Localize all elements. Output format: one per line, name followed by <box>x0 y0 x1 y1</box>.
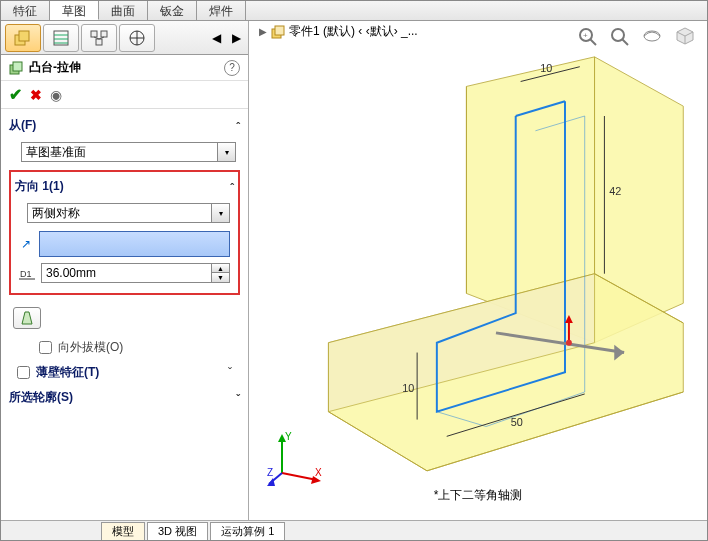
confirm-button[interactable]: ✔ <box>9 85 22 104</box>
confirm-row: ✔ ✖ ◉ <box>1 81 248 109</box>
svg-rect-8 <box>96 39 102 45</box>
from-combo: ▾ <box>21 142 236 162</box>
svg-text:10: 10 <box>540 62 552 74</box>
svg-text:+: + <box>583 31 588 40</box>
contour-section-header[interactable]: 所选轮廓(S) ˇ <box>7 385 242 410</box>
tab-sketch[interactable]: 草图 <box>50 1 99 20</box>
manager-tabs: ◀ ▶ <box>1 21 248 55</box>
property-manager-tab[interactable] <box>43 24 79 52</box>
end-condition-dropdown-button[interactable]: ▾ <box>212 203 230 223</box>
draft-toggle-button[interactable] <box>13 307 41 329</box>
collapse-icon: ˇ <box>236 392 240 404</box>
configuration-manager-tab[interactable] <box>81 24 117 52</box>
draft-outward-label: 向外拔模(O) <box>58 339 123 356</box>
svg-line-55 <box>282 473 317 480</box>
graphics-viewport[interactable]: ▶ 零件1 (默认) ‹ ‹默认› _... + <box>249 21 707 520</box>
draft-outward-checkbox[interactable] <box>39 341 52 354</box>
panel-next-icon[interactable]: ▶ <box>228 30 244 46</box>
direction-section-highlight: 方向 1(1) ˆ ▾ ↗ D1 ▲▼ <box>9 170 240 295</box>
tab-features[interactable]: 特征 <box>1 1 50 20</box>
svg-point-51 <box>566 340 572 346</box>
tab-sheet-metal[interactable]: 钣金 <box>148 1 197 20</box>
tab-weldments[interactable]: 焊件 <box>197 1 246 20</box>
dimxpert-manager-tab[interactable] <box>119 24 155 52</box>
from-dropdown-button[interactable]: ▾ <box>218 142 236 162</box>
feature-manager-tab[interactable] <box>5 24 41 52</box>
thin-feature-label: 薄壁特征(T) <box>36 364 99 381</box>
bottom-tab-3dview[interactable]: 3D 视图 <box>147 522 208 540</box>
collapse-icon: ˇ <box>228 366 232 380</box>
breadcrumb-expand-icon[interactable]: ▶ <box>259 26 267 37</box>
view-orientation-icon[interactable] <box>639 25 665 47</box>
preview-toggle-icon[interactable]: ◉ <box>50 87 62 103</box>
reverse-direction-icon[interactable]: ↗ <box>19 237 33 251</box>
direction-section-header[interactable]: 方向 1(1) ˆ <box>13 174 236 199</box>
thin-feature-row: 薄壁特征(T) ˇ <box>7 360 242 385</box>
svg-line-22 <box>590 39 596 45</box>
extrude-icon <box>9 61 23 75</box>
svg-rect-7 <box>101 31 107 37</box>
from-input[interactable] <box>21 142 218 162</box>
direction-label: 方向 1(1) <box>15 178 64 195</box>
svg-rect-15 <box>13 62 22 71</box>
help-icon[interactable]: ? <box>224 60 240 76</box>
svg-text:D1: D1 <box>20 269 32 279</box>
command-manager-tabs: 特征 草图 曲面 钣金 焊件 <box>1 1 707 21</box>
feature-name: 凸台-拉伸 <box>29 59 81 76</box>
direction-vector-selection[interactable] <box>39 231 230 257</box>
orientation-triad[interactable]: Y X Z <box>267 428 327 488</box>
thin-feature-checkbox[interactable] <box>17 366 30 379</box>
depth-icon: D1 <box>19 265 35 281</box>
depth-input[interactable] <box>41 263 212 283</box>
svg-marker-18 <box>22 312 32 324</box>
zoom-to-fit-icon[interactable]: + <box>575 25 601 47</box>
svg-text:Y: Y <box>285 431 292 442</box>
svg-text:50: 50 <box>511 416 523 428</box>
end-condition-combo: ▾ <box>27 203 230 223</box>
zoom-to-area-icon[interactable] <box>607 25 633 47</box>
direction-vector-row: ↗ <box>19 231 230 257</box>
breadcrumb: ▶ 零件1 (默认) ‹ ‹默认› _... <box>259 23 418 40</box>
motion-study-tabs: 模型 3D 视图 运动算例 1 <box>1 520 707 540</box>
model-preview: 10 42 50 10 <box>289 47 703 481</box>
svg-rect-20 <box>275 26 284 35</box>
cancel-button[interactable]: ✖ <box>30 87 42 103</box>
collapse-icon: ˆ <box>230 181 234 193</box>
svg-line-25 <box>622 39 628 45</box>
svg-rect-6 <box>91 31 97 37</box>
svg-rect-1 <box>19 31 29 41</box>
property-manager-panel: ◀ ▶ 凸台-拉伸 ? ✔ ✖ ◉ 从(F) ˆ ▾ <box>1 21 249 520</box>
svg-text:Z: Z <box>267 467 273 478</box>
heads-up-toolbar: + <box>575 25 697 47</box>
part-icon <box>271 25 285 39</box>
feature-header: 凸台-拉伸 ? <box>1 55 248 81</box>
from-label: 从(F) <box>9 117 36 134</box>
tab-surfaces[interactable]: 曲面 <box>99 1 148 20</box>
collapse-icon: ˆ <box>236 120 240 132</box>
from-section-header[interactable]: 从(F) ˆ <box>7 113 242 138</box>
panel-prev-icon[interactable]: ◀ <box>208 30 224 46</box>
svg-text:10: 10 <box>402 382 414 394</box>
display-style-icon[interactable] <box>671 25 697 47</box>
bottom-tab-model[interactable]: 模型 <box>101 522 145 540</box>
bottom-tab-motion[interactable]: 运动算例 1 <box>210 522 285 540</box>
depth-row: D1 ▲▼ <box>19 263 230 283</box>
svg-text:X: X <box>315 467 322 478</box>
svg-text:42: 42 <box>609 185 621 197</box>
end-condition-input[interactable] <box>27 203 212 223</box>
view-mode-label: *上下二等角轴测 <box>434 487 523 504</box>
draft-outward-row: 向外拔模(O) <box>7 335 242 360</box>
contour-label: 所选轮廓(S) <box>9 389 73 406</box>
part-label[interactable]: 零件1 (默认) ‹ ‹默认› _... <box>289 23 418 40</box>
depth-spinner[interactable]: ▲▼ <box>212 263 230 283</box>
